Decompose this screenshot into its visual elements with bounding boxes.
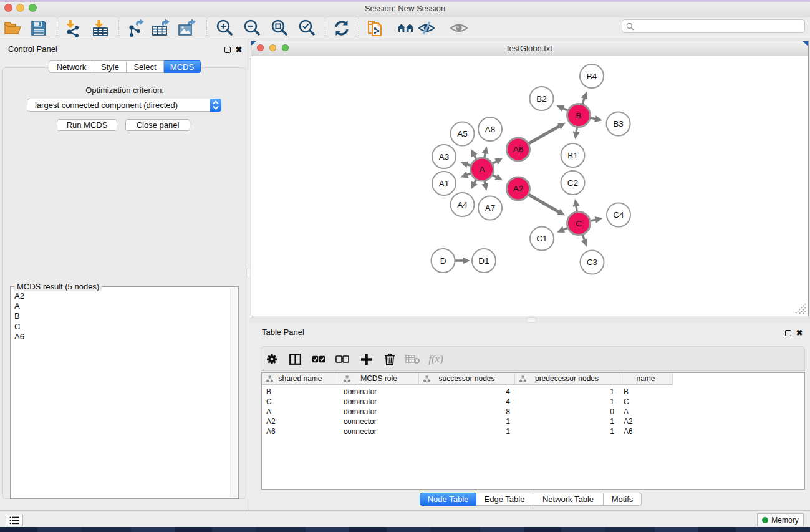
cell-MCDS-role[interactable]: dominator: [339, 387, 419, 397]
cell-predecessor-nodes[interactable]: 1: [515, 397, 619, 407]
column-header-predecessor-nodes[interactable]: predecessor nodes: [515, 373, 619, 385]
network-frame-titlebar[interactable]: testGlobe.txt: [251, 41, 808, 56]
cell-successor-nodes[interactable]: 1: [419, 417, 515, 427]
tab-motifs[interactable]: Motifs: [604, 493, 642, 506]
table-settings-button[interactable]: [263, 351, 281, 368]
node-label-A8: A8: [485, 125, 496, 134]
frame-resize-grip[interactable]: [794, 303, 807, 314]
refresh-button[interactable]: [331, 19, 352, 37]
search-input[interactable]: [622, 19, 805, 33]
delete-column-button[interactable]: [380, 351, 399, 368]
table-row[interactable]: Adominator80A: [262, 407, 804, 417]
cell-shared-name[interactable]: A: [262, 407, 339, 417]
control-panel-float-icon[interactable]: [224, 47, 231, 53]
zoom-selected-button[interactable]: [296, 19, 317, 37]
export-network-button[interactable]: [125, 19, 147, 37]
control-panel-close-icon[interactable]: ✖: [235, 46, 243, 54]
result-item[interactable]: A: [14, 301, 230, 311]
toolbar-separator: [57, 18, 57, 36]
cell-successor-nodes[interactable]: 8: [419, 407, 515, 417]
clone-network-button[interactable]: [365, 19, 387, 37]
import-network-button[interactable]: [62, 19, 84, 37]
table-panel-close-icon[interactable]: ✖: [796, 329, 803, 337]
result-item[interactable]: B: [14, 311, 230, 321]
cell-successor-nodes[interactable]: 4: [419, 387, 515, 397]
toolbar-separator: [118, 18, 119, 36]
deselect-all-button[interactable]: [333, 351, 352, 368]
window-title: Session: New Session: [0, 4, 810, 13]
save-session-button[interactable]: [28, 19, 49, 37]
tab-mcds[interactable]: MCDS: [164, 60, 201, 73]
columns-icon: [289, 354, 301, 365]
cell-predecessor-nodes[interactable]: 1: [515, 417, 619, 427]
edge-arrowhead: [482, 146, 489, 154]
zoom-in-button[interactable]: [214, 19, 235, 37]
cell-MCDS-role[interactable]: dominator: [339, 397, 419, 407]
tab-node-table[interactable]: Node Table: [420, 493, 476, 506]
cell-name[interactable]: A: [619, 407, 673, 417]
edge-arrowhead: [463, 258, 470, 264]
task-history-button[interactable]: [6, 515, 23, 526]
cell-MCDS-role[interactable]: dominator: [339, 407, 419, 417]
split-divider-grip[interactable]: [526, 317, 536, 323]
export-table-button[interactable]: [150, 19, 171, 37]
column-header-MCDS-role[interactable]: MCDS role: [339, 373, 419, 385]
table-toolbar: f(x): [261, 346, 805, 371]
cell-name[interactable]: B: [619, 387, 673, 397]
cell-shared-name[interactable]: B: [262, 387, 339, 397]
cell-MCDS-role[interactable]: connector: [339, 417, 419, 427]
result-item[interactable]: C: [14, 322, 230, 332]
column-header-name[interactable]: name: [619, 373, 673, 385]
tab-edge-table[interactable]: Edge Table: [476, 493, 533, 506]
column-header-successor-nodes[interactable]: successor nodes: [419, 373, 515, 385]
export-image-button[interactable]: [176, 19, 198, 37]
clone-network-icon: [367, 18, 385, 38]
criterion-dropdown[interactable]: largest connected component (directed): [27, 99, 221, 112]
tab-select[interactable]: Select: [127, 60, 164, 73]
table-panel-float-icon[interactable]: [785, 330, 791, 336]
node-label-B1: B1: [567, 151, 578, 160]
network-view[interactable]: B4B2BB3A5A8A6A3B1AA1C2A2A4A7C4CC1C3DD1: [251, 56, 808, 316]
import-table-button[interactable]: [90, 19, 111, 37]
select-all-button[interactable]: [309, 351, 328, 368]
cell-name[interactable]: A2: [619, 417, 673, 427]
tab-style[interactable]: Style: [94, 60, 127, 73]
zoom-selected-icon: [297, 19, 316, 37]
cell-shared-name[interactable]: C: [262, 397, 339, 407]
result-item[interactable]: A6: [14, 332, 230, 342]
add-column-button[interactable]: [357, 351, 375, 368]
function-builder-button[interactable]: f(x): [427, 351, 445, 368]
table-row[interactable]: A6connector11A6: [262, 427, 804, 437]
hide-graphics-details-button[interactable]: [416, 19, 437, 37]
cell-shared-name[interactable]: A2: [262, 417, 339, 427]
cell-successor-nodes[interactable]: 1: [419, 427, 515, 437]
cell-successor-nodes[interactable]: 4: [419, 397, 515, 407]
cell-predecessor-nodes[interactable]: 0: [515, 407, 619, 417]
memory-button[interactable]: Memory: [757, 513, 804, 526]
table-row[interactable]: A2connector11A2: [262, 417, 804, 427]
zoom-out-button[interactable]: [241, 19, 263, 37]
close-panel-button[interactable]: Close panel: [125, 119, 190, 131]
run-mcds-button[interactable]: Run MCDS: [57, 119, 117, 131]
zoom-fit-button[interactable]: [269, 19, 290, 37]
result-scrollbar[interactable]: [230, 288, 237, 497]
tab-network[interactable]: Network: [49, 60, 94, 73]
cell-predecessor-nodes[interactable]: 1: [515, 427, 619, 437]
cell-name[interactable]: A6: [619, 427, 673, 437]
open-session-button[interactable]: [2, 19, 23, 37]
edge-arrowhead: [573, 199, 580, 207]
cell-shared-name[interactable]: A6: [262, 427, 339, 437]
column-header-label: MCDS role: [360, 374, 397, 383]
show-graphics-details-button[interactable]: [448, 19, 470, 37]
cell-MCDS-role[interactable]: connector: [339, 427, 419, 437]
result-item[interactable]: A2: [14, 291, 230, 301]
show-overview-button[interactable]: [395, 19, 416, 37]
cell-name[interactable]: C: [619, 397, 673, 407]
table-row[interactable]: Bdominator41B: [262, 387, 804, 397]
tab-network-table[interactable]: Network Table: [533, 493, 604, 506]
table-row[interactable]: Cdominator41C: [262, 397, 804, 407]
toggle-columns-button[interactable]: [286, 351, 304, 368]
cell-predecessor-nodes[interactable]: 1: [515, 387, 619, 397]
delete-table-button[interactable]: [403, 351, 422, 368]
column-header-shared-name[interactable]: shared name: [262, 373, 339, 385]
